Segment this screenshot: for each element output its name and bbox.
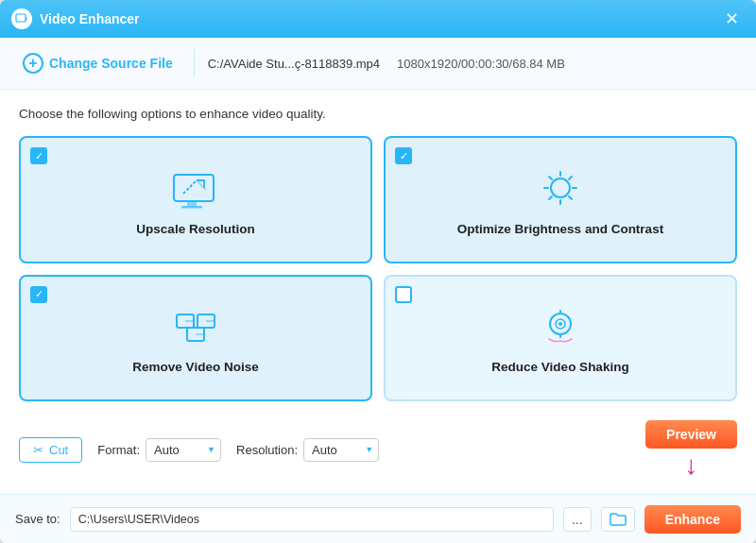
- svg-point-24: [558, 322, 562, 326]
- resolution-select[interactable]: Auto: [303, 438, 379, 462]
- svg-line-15: [549, 196, 552, 199]
- preview-area: Preview ↓: [645, 420, 737, 479]
- toolbar: ✂ Cut Format: Auto Resolution: Auto: [19, 413, 737, 484]
- folder-icon: [610, 512, 627, 527]
- svg-line-14: [569, 177, 572, 179]
- brightness-icon: [535, 167, 586, 212]
- noise-label: Remove Video Noise: [132, 360, 258, 374]
- shaking-checkbox[interactable]: [395, 286, 412, 303]
- folder-button[interactable]: [601, 507, 635, 532]
- svg-rect-4: [181, 206, 202, 209]
- svg-rect-3: [187, 201, 197, 206]
- resolution-group: Resolution: Auto: [236, 438, 379, 462]
- svg-rect-0: [16, 14, 26, 22]
- plus-icon: +: [23, 53, 43, 74]
- main-content: Choose the following options to enhance …: [0, 90, 756, 494]
- format-label: Format:: [97, 443, 140, 457]
- option-shaking[interactable]: Reduce Video Shaking: [384, 275, 737, 402]
- arrow-down-icon: ↓: [685, 452, 698, 479]
- svg-line-13: [569, 196, 572, 199]
- video-enhancer-window: Video Enhancer ✕ + Change Source File C:…: [0, 0, 756, 543]
- browse-button[interactable]: ...: [563, 507, 592, 532]
- shaking-icon: [535, 305, 586, 350]
- svg-line-12: [549, 177, 552, 179]
- close-button[interactable]: ✕: [718, 6, 745, 32]
- window-title: Video Enhancer: [40, 11, 718, 26]
- resolution-label: Resolution:: [236, 443, 298, 457]
- preview-button[interactable]: Preview: [645, 420, 737, 449]
- noise-icon: [170, 305, 221, 350]
- titlebar: Video Enhancer ✕: [0, 0, 756, 38]
- app-icon: [11, 8, 32, 29]
- change-source-button[interactable]: + Change Source File: [15, 49, 180, 77]
- option-brightness[interactable]: Optimize Brightness and Contrast: [384, 136, 737, 263]
- options-grid: Upscale Resolution: [19, 136, 737, 401]
- source-bar: + Change Source File C:/AVAide Stu...ç-8…: [0, 38, 756, 90]
- option-noise[interactable]: Remove Video Noise: [19, 275, 372, 402]
- svg-marker-1: [26, 17, 27, 21]
- cut-button[interactable]: ✂ Cut: [19, 437, 82, 463]
- svg-line-5: [183, 180, 197, 194]
- brightness-checkbox[interactable]: [395, 147, 412, 164]
- svg-point-7: [551, 178, 570, 197]
- format-select[interactable]: Auto: [146, 438, 221, 462]
- noise-checkbox[interactable]: [30, 286, 47, 303]
- shaking-label: Reduce Video Shaking: [491, 360, 628, 374]
- save-path-input[interactable]: [70, 507, 554, 532]
- svg-rect-2: [174, 175, 214, 201]
- resolution-select-wrapper: Auto: [303, 438, 379, 462]
- source-file-info: C:/AVAide Stu...ç-8118839.mp4 1080x1920/…: [208, 57, 565, 71]
- format-group: Format: Auto: [97, 438, 221, 462]
- scissors-icon: ✂: [33, 443, 43, 457]
- save-to-label: Save to:: [15, 512, 60, 526]
- option-upscale-resolution[interactable]: Upscale Resolution: [19, 136, 372, 263]
- upscale-label: Upscale Resolution: [136, 222, 254, 236]
- source-file-name: C:/AVAide Stu...ç-8118839.mp4: [208, 57, 380, 71]
- enhance-button[interactable]: Enhance: [644, 505, 741, 534]
- upscale-icon: [170, 167, 221, 212]
- source-file-meta: 1080x1920/00:00:30/68.84 MB: [397, 57, 565, 71]
- brightness-label: Optimize Brightness and Contrast: [457, 222, 663, 236]
- divider: [194, 49, 195, 77]
- footer: Save to: ... Enhance: [0, 494, 756, 543]
- upscale-checkbox[interactable]: [30, 147, 47, 164]
- instruction-text: Choose the following options to enhance …: [19, 107, 737, 121]
- format-select-wrapper: Auto: [146, 438, 221, 462]
